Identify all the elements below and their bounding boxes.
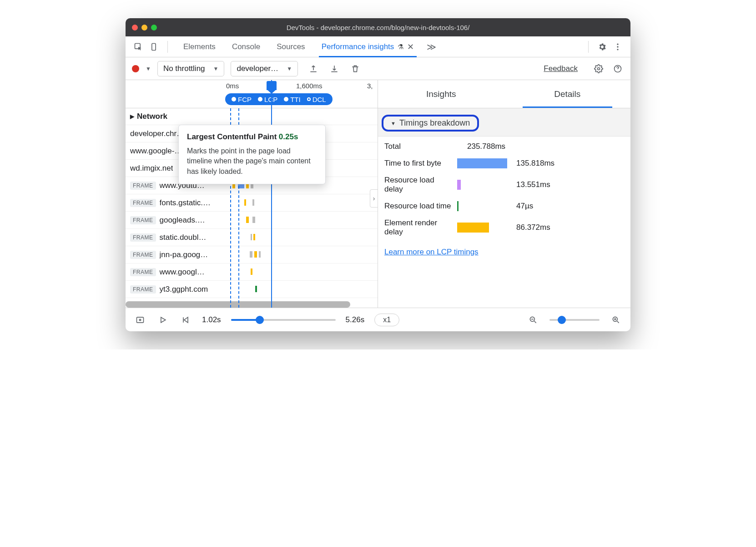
metric-label: Element render delay: [384, 218, 453, 237]
time-start: 1.02s: [202, 315, 221, 324]
network-section-header[interactable]: Network: [126, 108, 378, 125]
main-content: 0ms 1,600ms 3, FCP LCP TTI DCL Network d…: [126, 80, 630, 308]
timing-markers[interactable]: FCP LCP TTI DCL: [225, 93, 333, 105]
tab-sources[interactable]: Sources: [268, 36, 313, 57]
frame-badge: FRAME: [130, 199, 156, 207]
frame-badge: FRAME: [130, 182, 156, 190]
metric-value: 47µs: [516, 202, 533, 211]
network-row[interactable]: FRAMEfonts.gstatic.…: [126, 194, 378, 212]
tab-console[interactable]: Console: [224, 36, 268, 57]
metric-bar: [457, 201, 459, 211]
playback-bar: 1.02s 5.26s x1: [126, 308, 630, 331]
more-tabs-icon[interactable]: ≫: [422, 41, 441, 52]
tooltip-description: Marks the point in the page load timelin…: [187, 146, 317, 177]
delete-icon[interactable]: [349, 62, 362, 75]
zoom-in-icon[interactable]: [610, 314, 622, 326]
close-window-button[interactable]: [132, 25, 138, 30]
metric-bar: [457, 180, 461, 190]
frame-badge: FRAME: [130, 251, 156, 259]
progress-slider[interactable]: [231, 319, 336, 321]
network-row[interactable]: FRAMEstatic.doubl…: [126, 229, 378, 246]
select-value: developer…: [237, 64, 278, 73]
preview-icon[interactable]: [134, 314, 146, 326]
tooltip-value: 0.25s: [279, 132, 298, 141]
tab-label: Elements: [183, 42, 216, 51]
zoom-out-icon[interactable]: [527, 314, 539, 326]
svg-marker-9: [161, 317, 166, 323]
network-row[interactable]: FRAMEgoogleads.…: [126, 212, 378, 229]
frame-badge: FRAME: [130, 285, 156, 294]
lcp-tooltip: Largest Contentful Paint 0.25s Marks the…: [178, 125, 326, 184]
svg-rect-1: [152, 43, 156, 50]
import-icon[interactable]: [328, 62, 341, 75]
marker-fcp[interactable]: FCP: [229, 96, 254, 103]
feedback-link[interactable]: Feedback: [544, 64, 578, 73]
close-tab-icon[interactable]: ✕: [407, 42, 414, 52]
kebab-menu-icon[interactable]: [611, 41, 624, 53]
host-label: www.googl…: [160, 268, 205, 277]
panels-tabbar: Elements Console Sources Performance ins…: [126, 36, 630, 57]
help-icon[interactable]: [611, 62, 624, 75]
host-label: yt3.ggpht.com: [160, 285, 208, 294]
speed-pill[interactable]: x1: [374, 314, 399, 326]
settings-gear-icon[interactable]: [596, 41, 609, 53]
svg-rect-7: [137, 317, 144, 323]
details-pane: Insights Details Timings breakdown Total…: [378, 80, 630, 308]
metric-row: Element render delay86.372ms: [384, 218, 624, 237]
play-icon[interactable]: [156, 314, 169, 326]
frame-badge: FRAME: [130, 233, 156, 242]
maximize-window-button[interactable]: [151, 25, 157, 30]
svg-point-3: [617, 46, 618, 47]
tab-elements[interactable]: Elements: [175, 36, 224, 57]
network-row[interactable]: FRAMEwww.googl…: [126, 263, 378, 281]
frame-badge: FRAME: [130, 216, 156, 224]
export-icon[interactable]: [307, 62, 320, 75]
timeline-ruler[interactable]: 0ms 1,600ms 3, FCP LCP TTI DCL: [126, 80, 378, 108]
marker-tti[interactable]: TTI: [281, 96, 303, 103]
target-select[interactable]: developer… ▼: [231, 61, 298, 76]
metric-bar: [457, 158, 507, 168]
tab-performance-insights[interactable]: Performance insights ⚗ ✕: [313, 36, 423, 57]
metric-label: Time to first byte: [384, 159, 453, 168]
record-button[interactable]: [132, 65, 139, 72]
time-end: 5.26s: [346, 315, 365, 324]
playhead-line: [271, 80, 272, 308]
svg-point-4: [617, 49, 618, 50]
expand-pane-icon[interactable]: ›: [370, 189, 378, 208]
device-toolbar-icon[interactable]: [147, 41, 160, 53]
host-label: www.google-…: [130, 147, 182, 156]
metric-value: 86.372ms: [516, 223, 550, 232]
minimize-window-button[interactable]: [141, 25, 147, 30]
inspect-element-icon[interactable]: [132, 41, 145, 53]
detail-tabs: Insights Details: [378, 80, 630, 108]
experiment-icon: ⚗: [398, 43, 403, 51]
timings-breakdown-toggle[interactable]: Timings breakdown: [382, 115, 479, 132]
metric-bar: [457, 223, 489, 233]
metric-label: Total: [384, 142, 453, 151]
insights-toolbar: ▼ No throttling ▼ developer… ▼ Feedback: [126, 57, 630, 80]
tab-details[interactable]: Details: [504, 80, 631, 108]
divider: [588, 41, 589, 53]
marker-lcp[interactable]: LCP: [255, 96, 280, 103]
marker-dcl[interactable]: DCL: [304, 96, 329, 103]
learn-more-link[interactable]: Learn more on LCP timings: [378, 246, 630, 258]
horizontal-scrollbar[interactable]: [126, 301, 350, 308]
host-label: googleads.…: [160, 216, 205, 225]
metric-value: 135.818ms: [516, 159, 554, 168]
network-row[interactable]: FRAMEyt3.ggpht.com: [126, 281, 378, 298]
tab-label: Performance insights: [322, 42, 394, 51]
record-menu-caret[interactable]: ▼: [146, 66, 151, 72]
frame-badge: FRAME: [130, 268, 156, 276]
tick-label: 1,600ms: [296, 82, 323, 90]
network-row[interactable]: FRAMEjnn-pa.goog…: [126, 246, 378, 263]
zoom-slider[interactable]: [549, 319, 600, 321]
select-value: No throttling: [163, 64, 205, 73]
svg-point-8: [139, 319, 141, 320]
panel-settings-icon[interactable]: [592, 62, 605, 75]
tick-label: 3,: [367, 82, 373, 90]
host-label: developer.chr…: [130, 129, 184, 138]
rewind-icon[interactable]: [179, 314, 192, 326]
throttling-select[interactable]: No throttling ▼: [157, 61, 225, 76]
tab-insights[interactable]: Insights: [378, 80, 504, 108]
devtools-window: DevTools - developer.chrome.com/blog/new…: [126, 18, 630, 331]
